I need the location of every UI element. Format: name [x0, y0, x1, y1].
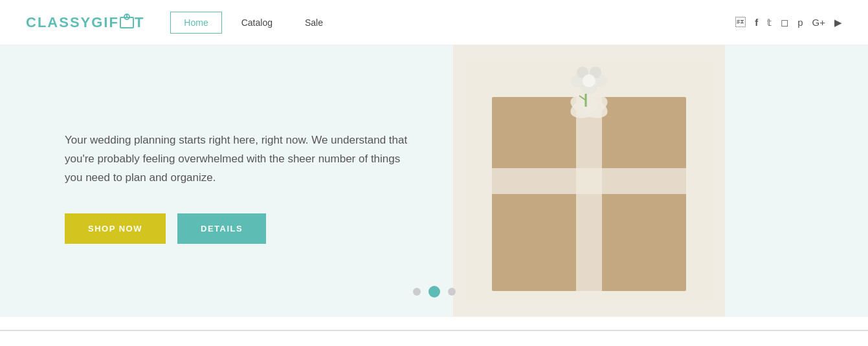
- bottom-col-2: [289, 330, 579, 341]
- carousel-dot-2[interactable]: [428, 286, 440, 297]
- nav-catalog[interactable]: Catalog: [228, 12, 285, 33]
- hero-section: Your wedding planning starts right here,…: [0, 45, 868, 317]
- header-left: CLASSYGIFT Home Catalog Sale: [26, 12, 336, 34]
- shop-now-button[interactable]: SHOP NOW: [65, 213, 166, 244]
- nav-home[interactable]: Home: [170, 12, 221, 34]
- hero-buttons: SHOP NOW DETAILS: [65, 213, 414, 244]
- hero-body-text: Your wedding planning starts right here,…: [65, 131, 414, 188]
- bottom-col-1: [0, 330, 289, 341]
- details-button[interactable]: DETAILS: [177, 213, 266, 244]
- main-nav: Home Catalog Sale: [170, 12, 336, 34]
- bottom-section: [0, 317, 868, 346]
- facebook-icon[interactable]: f: [755, 17, 758, 28]
- hero-content: Your wedding planning starts right here,…: [0, 45, 453, 317]
- facebook-icon[interactable]: : [735, 17, 746, 28]
- instagram-icon[interactable]: ◻: [781, 17, 788, 28]
- nav-sale[interactable]: Sale: [292, 12, 336, 33]
- svg-rect-3: [492, 168, 686, 194]
- youtube-icon[interactable]: ▶: [834, 17, 842, 28]
- pinterest-icon[interactable]: p: [797, 17, 803, 28]
- logo: CLASSYGIFT: [26, 14, 144, 31]
- hero-image: [453, 45, 725, 317]
- header: CLASSYGIFT Home Catalog Sale  f 𝕥 ◻ p G…: [0, 0, 868, 45]
- logo-text-part1: CLASSYGIF: [26, 14, 119, 31]
- social-icons:  f 𝕥 ◻ p G+ ▶: [735, 17, 842, 28]
- logo-text-part2: T: [135, 14, 144, 31]
- carousel-dots: [413, 286, 456, 297]
- carousel-dot-3[interactable]: [448, 288, 456, 296]
- gift-illustration: [466, 58, 712, 304]
- bottom-col-3: [579, 330, 868, 341]
- svg-point-12: [583, 74, 595, 87]
- logo-gift-icon: [120, 17, 134, 28]
- twitter-icon[interactable]: 𝕥: [767, 17, 772, 28]
- google-plus-icon[interactable]: G+: [812, 17, 825, 28]
- carousel-dot-1[interactable]: [413, 288, 421, 296]
